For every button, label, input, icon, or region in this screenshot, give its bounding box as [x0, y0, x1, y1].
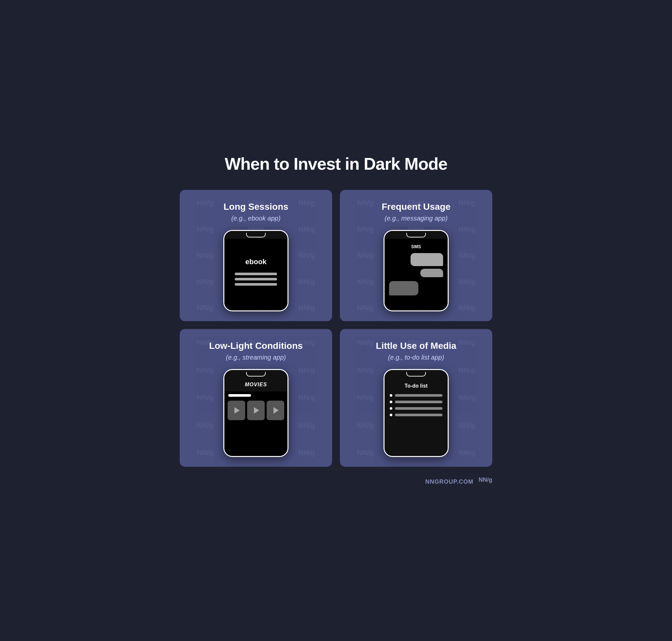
card-subtitle-long-sessions: (e.g., ebook app)	[231, 215, 280, 222]
card-subtitle-low-light: (e.g., streaming app)	[226, 354, 286, 361]
phone-header-movies	[224, 370, 288, 378]
card-title-long-sessions: Long Sessions	[223, 202, 288, 212]
play-icon-3	[274, 407, 279, 414]
phone-movies: MOVIES	[223, 369, 289, 457]
cards-grid: NN/gNN/gNN/g NN/gNN/gNN/g NN/gNN/gNN/g N…	[180, 190, 492, 467]
phone-body-ebook: ebook	[224, 239, 288, 310]
ebook-line-3	[235, 283, 277, 286]
phone-todo: To-do list	[383, 369, 449, 457]
card-title-frequent-usage: Frequent Usage	[381, 202, 451, 212]
phone-body-movies: MOVIES	[224, 378, 288, 456]
card-low-light: NN/gNN/gNN/g NN/gNN/gNN/g NN/gNN/gNN/g N…	[180, 329, 332, 467]
todo-dot-1	[390, 394, 392, 397]
todo-item-4	[390, 414, 443, 416]
todo-line-3	[395, 407, 443, 410]
card-frequent-usage: NN/gNN/gNN/g NN/gNN/gNN/g NN/gNN/gNN/g N…	[340, 190, 492, 321]
card-subtitle-little-media: (e.g., to-do list app)	[388, 354, 444, 361]
sms-bubble-2	[420, 269, 443, 277]
phone-ebook: ebook	[223, 230, 289, 311]
movies-search-bar	[228, 394, 251, 397]
phone-header-ebook	[224, 231, 288, 239]
todo-item-1	[390, 394, 443, 397]
footer-url: NNGROUP.COM	[425, 478, 473, 485]
todo-dot-4	[390, 414, 392, 416]
phone-sms: SMS	[383, 230, 449, 311]
todo-title-label: To-do list	[390, 383, 443, 389]
phone-notch-todo	[406, 372, 426, 377]
phone-body-todo: To-do list	[384, 378, 448, 456]
page-title: When to Invest in Dark Mode	[180, 154, 492, 174]
movie-thumb-1	[227, 400, 245, 420]
phone-notch-ebook	[246, 233, 266, 237]
card-subtitle-frequent-usage: (e.g., messaging app)	[384, 215, 447, 222]
movies-label: MOVIES	[245, 382, 267, 387]
card-little-media: NN/gNN/gNN/g NN/gNN/gNN/g NN/gNN/gNN/g N…	[340, 329, 492, 467]
phone-header-todo	[384, 370, 448, 378]
movies-thumbnails	[224, 400, 288, 420]
movie-thumb-3	[267, 400, 284, 420]
sms-bubble-3	[389, 281, 418, 296]
footer: NNGROUP.COM NN/g	[180, 477, 492, 487]
footer-logo: NN/g	[479, 477, 492, 487]
phone-header-sms	[384, 231, 448, 239]
todo-dot-3	[390, 407, 392, 410]
movie-thumb-2	[247, 400, 265, 420]
todo-item-3	[390, 407, 443, 410]
phone-body-sms: SMS	[384, 239, 448, 310]
sms-bubble-1	[410, 253, 443, 266]
main-container: When to Invest in Dark Mode NN/gNN/gNN/g…	[180, 154, 492, 487]
card-title-low-light: Low-Light Conditions	[209, 341, 303, 351]
todo-line-4	[395, 414, 443, 416]
todo-dot-2	[390, 400, 392, 403]
ebook-line-1	[235, 273, 277, 275]
card-title-little-media: Little Use of Media	[376, 341, 456, 351]
sms-header-label: SMS	[389, 242, 443, 253]
play-icon-1	[235, 407, 240, 414]
todo-line-1	[395, 394, 443, 397]
footer-logo-text: NN	[479, 477, 487, 483]
card-long-sessions: NN/gNN/gNN/g NN/gNN/gNN/g NN/gNN/gNN/g N…	[180, 190, 332, 321]
todo-item-2	[390, 400, 443, 403]
ebook-line-2	[235, 278, 277, 281]
todo-line-2	[395, 400, 443, 403]
play-icon-2	[254, 407, 259, 414]
ebook-label: ebook	[246, 258, 267, 266]
phone-notch-sms	[406, 233, 426, 237]
footer-logo-suffix: /g	[487, 477, 492, 483]
phone-notch-movies	[246, 372, 266, 377]
movies-header: MOVIES	[224, 378, 288, 392]
